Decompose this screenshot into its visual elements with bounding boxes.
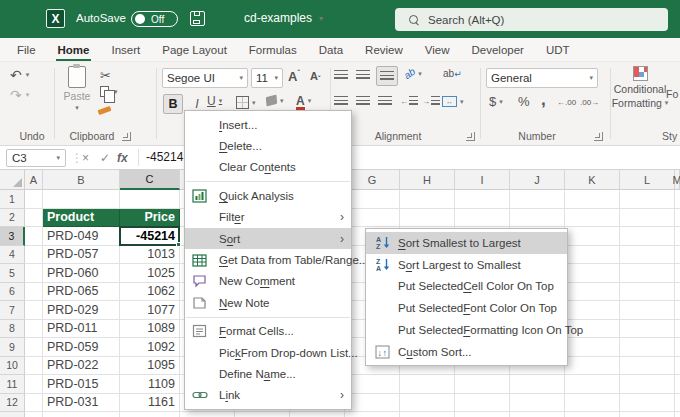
search-input[interactable]: Search (Alt+Q) [395, 8, 668, 31]
cell-M6[interactable] [675, 283, 680, 302]
context-menu-item-format-cells[interactable]: Format Cells... [185, 321, 351, 342]
font-size-select[interactable]: 11▾ [251, 68, 283, 88]
context-menu-item-filter[interactable]: Filter› [185, 207, 351, 228]
cell-A13[interactable] [25, 412, 43, 417]
cell-L8[interactable] [620, 320, 675, 339]
number-format-select[interactable]: General▾ [486, 68, 598, 88]
orientation-button[interactable]: ab▾ [404, 68, 422, 79]
cell-J11[interactable] [510, 375, 565, 394]
cell-L3[interactable] [620, 227, 675, 246]
percent-style-button[interactable]: % [518, 94, 530, 109]
cell-M1[interactable] [675, 190, 680, 209]
underline-button[interactable]: U▾ [207, 94, 222, 108]
cell-I1[interactable] [455, 190, 510, 209]
cell-M10[interactable] [675, 357, 680, 376]
cell-K3[interactable] [565, 227, 620, 246]
cell-I2[interactable] [455, 209, 510, 228]
tab-formulas[interactable]: Formulas [238, 38, 308, 61]
cell-B12[interactable]: PRD-031 [43, 394, 120, 413]
col-header-I[interactable]: I [455, 170, 510, 190]
cell-L13[interactable] [620, 412, 675, 417]
cell-J13[interactable] [510, 412, 565, 417]
cancel-button[interactable]: × [82, 146, 89, 170]
cell-K2[interactable] [565, 209, 620, 228]
cell-L10[interactable] [620, 357, 675, 376]
cell-C1[interactable] [120, 190, 180, 209]
align-left-button[interactable] [334, 96, 348, 107]
cell-C12[interactable]: 1161 [120, 394, 180, 413]
cell-B11[interactable]: PRD-015 [43, 375, 120, 394]
bold-button[interactable]: B [163, 94, 183, 114]
cell-L5[interactable] [620, 264, 675, 283]
cell-G2[interactable] [345, 209, 400, 228]
cell-C5[interactable]: 1025 [120, 264, 180, 283]
insert-function-button[interactable]: fx [117, 146, 128, 170]
cell-K10[interactable] [565, 357, 620, 376]
cell-K4[interactable] [565, 246, 620, 265]
cell-L6[interactable] [620, 283, 675, 302]
decrease-indent-button[interactable]: ← [400, 96, 418, 107]
cell-C6[interactable]: 1062 [120, 283, 180, 302]
sort-submenu-item-put-selected-formatting-icon-on-top[interactable]: Put Selected Formatting Icon On Top [366, 319, 567, 341]
tab-review[interactable]: Review [354, 38, 414, 61]
fill-color-button[interactable]: ▾ [266, 96, 284, 105]
cell-M3[interactable] [675, 227, 680, 246]
cell-C7[interactable]: 1077 [120, 301, 180, 320]
center-button[interactable] [356, 96, 370, 107]
cell-K9[interactable] [565, 338, 620, 357]
cell-A4[interactable] [25, 246, 43, 265]
cell-B1[interactable] [43, 190, 120, 209]
cell-M8[interactable] [675, 320, 680, 339]
cell-C13[interactable] [120, 412, 180, 417]
increase-decimal-button[interactable]: ←.00 [557, 98, 576, 107]
font-color-button[interactable]: A▾ [296, 94, 311, 108]
context-menu-item-delete[interactable]: Delete... [185, 135, 351, 156]
context-menu-item-new-note[interactable]: New Note [185, 292, 351, 313]
cell-B8[interactable]: PRD-011 [43, 320, 120, 339]
number-dialog-launcher[interactable] [594, 132, 603, 141]
cell-M13[interactable] [675, 412, 680, 417]
row-header-1[interactable]: 1 [0, 190, 25, 209]
context-menu-item-define-name[interactable]: Define Name... [185, 363, 351, 384]
cell-A10[interactable] [25, 357, 43, 376]
cell-C10[interactable]: 1095 [120, 357, 180, 376]
row-header-3[interactable]: 3 [0, 227, 25, 246]
cell-L4[interactable] [620, 246, 675, 265]
sort-submenu-item-sort-largest-to-smallest[interactable]: ZASort Largest to Smallest [366, 254, 567, 276]
cell-K11[interactable] [565, 375, 620, 394]
cell-A2[interactable] [25, 209, 43, 228]
cut-button[interactable]: ✂ [100, 68, 111, 83]
sort-submenu-item-custom-sort[interactable]: ↓↑Custom Sort... [366, 341, 567, 363]
comma-style-button[interactable]: , [541, 90, 546, 110]
merge-center-button[interactable]: ↔▾ [442, 96, 464, 107]
cell-J12[interactable] [510, 394, 565, 413]
name-box[interactable]: C3 ▾ [6, 149, 66, 167]
col-header-L[interactable]: L [620, 170, 675, 190]
context-menu-item-get-data[interactable]: Get Data from Table/Range... [185, 249, 351, 270]
row-header-6[interactable]: 6 [0, 283, 25, 302]
cell-H12[interactable] [400, 394, 455, 413]
middle-align-button[interactable] [356, 70, 370, 81]
cell-A1[interactable] [25, 190, 43, 209]
format-painter-button[interactable] [98, 100, 111, 113]
col-header-A[interactable]: A [25, 170, 43, 190]
cell-M5[interactable] [675, 264, 680, 283]
cell-A6[interactable] [25, 283, 43, 302]
cell-C2[interactable]: Price [120, 209, 180, 228]
tab-page-layout[interactable]: Page Layout [151, 38, 238, 61]
row-header-11[interactable]: 11 [0, 375, 25, 394]
shrink-font-button[interactable]: Aˇ [310, 69, 320, 82]
context-menu-item-clear-contents[interactable]: Clear Contents [185, 157, 351, 178]
sort-submenu-item-sort-smallest-to-largest[interactable]: AZSort Smallest to Largest [366, 232, 567, 254]
context-menu-item-sort[interactable]: Sort› [185, 228, 351, 249]
row-header-2[interactable]: 2 [0, 209, 25, 228]
format-as-table-button[interactable]: Fo [666, 88, 678, 100]
tab-developer[interactable]: Developer [461, 38, 535, 61]
cell-G12[interactable] [345, 394, 400, 413]
cell-A5[interactable] [25, 264, 43, 283]
sort-submenu-item-put-selected-font-color-on-top[interactable]: Put Selected Font Color On Top [366, 297, 567, 319]
tab-home[interactable]: Home [47, 38, 101, 61]
cell-K13[interactable] [565, 412, 620, 417]
row-header-9[interactable]: 9 [0, 338, 25, 357]
cell-I12[interactable] [455, 394, 510, 413]
